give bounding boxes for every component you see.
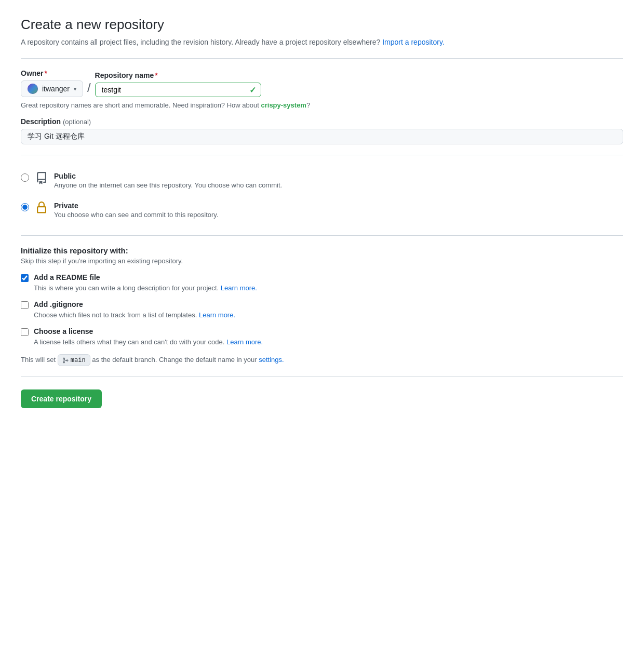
- public-radio[interactable]: [21, 173, 29, 182]
- owner-label: Owner*: [21, 69, 83, 77]
- branch-note-before: This will set: [21, 356, 56, 364]
- repo-name-required: *: [155, 71, 157, 79]
- init-title: Initialize this repository with:: [21, 246, 623, 255]
- suggestion-link[interactable]: crispy-system: [261, 101, 306, 109]
- gitignore-group: Add .gitignore Choose which files not to…: [21, 300, 623, 319]
- readme-checkbox[interactable]: [21, 274, 29, 282]
- lock-icon: [35, 201, 48, 217]
- public-label: Public: [54, 172, 282, 180]
- readme-description: This is where you can write a long descr…: [34, 284, 623, 292]
- name-hint-before: Great repository names are short and mem…: [21, 101, 259, 109]
- create-repository-button[interactable]: Create repository: [21, 389, 102, 408]
- visibility-public-option: Public Anyone on the internet can see th…: [21, 166, 623, 195]
- gitignore-checkbox[interactable]: [21, 301, 29, 309]
- owner-username: itwanger: [42, 85, 70, 93]
- chevron-down-icon: ▾: [74, 86, 76, 92]
- license-group: Choose a license A license tells others …: [21, 327, 623, 346]
- private-text: Private You choose who can see and commi…: [54, 201, 219, 219]
- gitignore-row: Add .gitignore: [21, 300, 623, 309]
- slash-separator: /: [87, 80, 91, 97]
- branch-name: main: [71, 355, 86, 365]
- license-label[interactable]: Choose a license: [34, 327, 93, 335]
- avatar-image: [28, 84, 38, 94]
- repo-name-label: Repository name*: [95, 71, 261, 79]
- public-text: Public Anyone on the internet can see th…: [54, 172, 282, 189]
- description-group: Description (optional): [21, 117, 623, 144]
- owner-repo-row: Owner* itwanger ▾ / Repository name* ✓: [21, 69, 623, 97]
- gitignore-learn-more[interactable]: Learn more.: [199, 311, 235, 319]
- subtitle-text: A repository contains all project files,…: [21, 38, 380, 46]
- description-label: Description (optional): [21, 117, 91, 126]
- license-description: A license tells others what they can and…: [34, 338, 623, 346]
- license-row: Choose a license: [21, 327, 623, 336]
- owner-group: Owner* itwanger ▾: [21, 69, 83, 97]
- settings-link[interactable]: settings.: [259, 356, 284, 364]
- private-label: Private: [54, 201, 219, 210]
- public-description: Anyone on the internet can see this repo…: [54, 181, 282, 189]
- name-hint: Great repository names are short and mem…: [21, 101, 623, 109]
- repo-name-input-wrapper: ✓: [95, 83, 261, 97]
- branch-badge: main: [58, 354, 90, 366]
- init-subtitle: Skip this step if you're importing an ex…: [21, 257, 623, 265]
- readme-label[interactable]: Add a README file: [34, 273, 100, 281]
- middle-divider-1: [21, 155, 623, 155]
- repo-name-group: Repository name* ✓: [95, 71, 261, 97]
- visibility-private-option: Private You choose who can see and commi…: [21, 195, 623, 225]
- gitignore-label[interactable]: Add .gitignore: [34, 300, 83, 308]
- readme-group: Add a README file This is where you can …: [21, 273, 623, 292]
- gitignore-description: Choose which files not to track from a l…: [34, 311, 623, 319]
- readme-row: Add a README file: [21, 273, 623, 282]
- page-subtitle: A repository contains all project files,…: [21, 37, 623, 48]
- branch-note: This will set main as the default branch…: [21, 354, 623, 366]
- readme-learn-more[interactable]: Learn more.: [221, 284, 257, 292]
- private-radio[interactable]: [21, 203, 29, 211]
- private-description: You choose who can see and commit to thi…: [54, 211, 219, 219]
- initialize-section: Initialize this repository with: Skip th…: [21, 246, 623, 366]
- optional-text: (optional): [63, 118, 91, 126]
- license-checkbox[interactable]: [21, 328, 29, 336]
- description-input[interactable]: [21, 129, 623, 144]
- middle-divider-2: [21, 235, 623, 236]
- repo-name-input[interactable]: [95, 83, 261, 97]
- checkmark-icon: ✓: [249, 85, 256, 95]
- bottom-divider: [21, 376, 623, 377]
- owner-avatar: [28, 84, 38, 94]
- visibility-section: Public Anyone on the internet can see th…: [21, 166, 623, 225]
- owner-required: *: [45, 69, 47, 77]
- name-hint-after: ?: [306, 101, 310, 109]
- license-learn-more[interactable]: Learn more.: [226, 338, 263, 346]
- import-link[interactable]: Import a repository.: [382, 38, 445, 46]
- page-title: Create a new repository: [21, 17, 623, 33]
- branch-note-middle: as the default branch. Change the defaul…: [92, 356, 259, 364]
- top-divider: [21, 58, 623, 59]
- book-icon: [35, 172, 48, 187]
- owner-select[interactable]: itwanger ▾: [21, 80, 83, 97]
